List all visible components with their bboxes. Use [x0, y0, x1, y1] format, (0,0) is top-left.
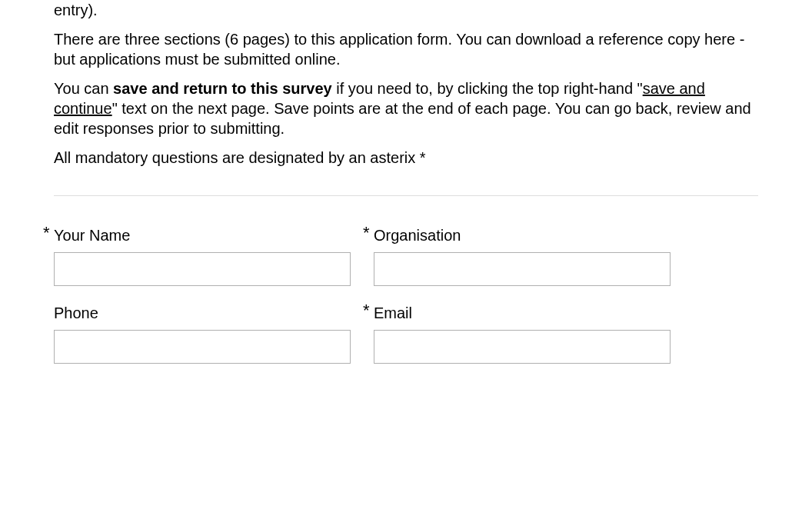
intro-p2: There are three sections (6 pages) to th… [54, 29, 758, 69]
intro-p3-c: " text on the next page. Save points are… [54, 100, 751, 137]
input-phone[interactable] [54, 330, 351, 364]
label-phone: Phone [54, 304, 351, 322]
intro-p3-b: if you need to, by clicking the top righ… [332, 80, 643, 97]
field-phone: Phone [43, 304, 351, 364]
field-email: * Email [363, 304, 671, 364]
label-your-name: Your Name [54, 227, 351, 245]
required-asterisk: * [363, 223, 370, 243]
required-asterisk: * [363, 301, 370, 321]
intro-p4: All mandatory questions are designated b… [54, 148, 758, 168]
input-your-name[interactable] [54, 252, 351, 286]
field-organisation: * Organisation [363, 227, 671, 286]
label-email: Email [374, 304, 671, 322]
intro-p1: entry). [54, 0, 758, 20]
form-grid: * Your Name * Organisation Phone * Email [43, 227, 758, 364]
required-asterisk: * [43, 223, 50, 243]
intro-p3-bold: save and return to this survey [113, 80, 332, 97]
label-organisation: Organisation [374, 227, 671, 245]
intro-p3: You can save and return to this survey i… [54, 78, 758, 138]
input-email[interactable] [374, 330, 671, 364]
field-your-name: * Your Name [43, 227, 351, 286]
input-organisation[interactable] [374, 252, 671, 286]
divider [54, 195, 758, 196]
intro-text: entry). There are three sections (6 page… [54, 0, 758, 168]
intro-p3-a: You can [54, 80, 113, 97]
